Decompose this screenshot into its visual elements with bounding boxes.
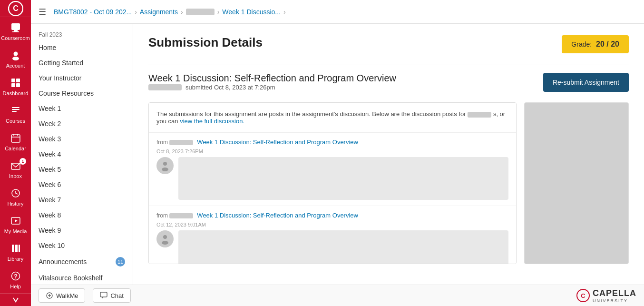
course-nav-instructor[interactable]: Your Instructor (31, 70, 133, 86)
course-nav: Fall 2023 Home Getting Started Your Inst… (31, 24, 133, 285)
capella-logo: C CAPELLA UNIVERSITY (576, 288, 636, 303)
svg-rect-8 (16, 79, 20, 82)
svg-text:C: C (13, 4, 19, 12)
course-nav-home[interactable]: Home (31, 40, 133, 55)
svg-rect-13 (12, 111, 17, 112)
svg-rect-7 (11, 79, 15, 82)
main-content: Submission Details Grade: 20 / 20 Week 1… (133, 24, 644, 285)
sidebar-item-label: Calendar (5, 146, 26, 151)
inbox-badge: 1 (20, 158, 26, 165)
course-nav-vitalsource[interactable]: Vitalsource Bookshelf (31, 270, 133, 285)
post-2-content (178, 230, 508, 264)
sidebar-item-inbox[interactable]: Inbox 1 (0, 155, 31, 183)
svg-point-29 (163, 235, 167, 239)
sidebar-item-label: Help (10, 284, 21, 289)
breadcrumb-course[interactable]: BMGT8002 - Oct 09 202... (54, 8, 132, 16)
svg-rect-24 (19, 245, 20, 252)
breadcrumb-sep-4: › (283, 8, 286, 16)
course-nav-week2[interactable]: Week 2 (31, 116, 133, 131)
svg-rect-11 (12, 107, 20, 108)
post-1-timestamp: Oct 8, 2023 7:26PM (156, 148, 508, 154)
svg-point-27 (163, 162, 167, 166)
course-nav-week8[interactable]: Week 8 (31, 207, 133, 223)
svg-text:C: C (581, 292, 585, 299)
main-area: ☰ BMGT8002 - Oct 09 202... › Assignments… (31, 0, 644, 306)
chat-button[interactable]: Chat (93, 288, 130, 303)
course-nav-week7[interactable]: Week 7 (31, 192, 133, 207)
post-1-body (156, 157, 508, 200)
course-nav-getting-started[interactable]: Getting Started (31, 55, 133, 70)
assignment-title-area: Week 1 Discussion: Self-Reflection and P… (148, 73, 396, 99)
submitted-text: submitted Oct 8, 2023 at 7:26pm (185, 84, 275, 91)
sidebar-item-label: Inbox (9, 173, 22, 179)
sidebar-item-courseroom[interactable]: Courseroom (0, 17, 31, 45)
svg-rect-12 (12, 109, 20, 110)
svg-text:?: ? (14, 273, 18, 280)
course-nav-week5[interactable]: Week 5 (31, 162, 133, 177)
calendar-icon (9, 131, 22, 145)
capella-text-block: CAPELLA UNIVERSITY (593, 288, 636, 303)
sidebar: C Courseroom Account Dashboard Courses C… (0, 0, 31, 306)
svg-rect-14 (11, 135, 20, 142)
svg-point-30 (162, 241, 168, 245)
post-2-author-blurred (169, 213, 193, 218)
breadcrumb-sep-1: › (135, 8, 137, 16)
account-icon (9, 49, 22, 62)
course-nav-resources[interactable]: Course Resources (31, 86, 133, 101)
post-1-from-label: from (156, 139, 193, 146)
term-label: Fall 2023 (31, 28, 133, 40)
post-2-link[interactable]: Week 1 Discussion: Self-Reflection and P… (197, 212, 358, 219)
course-nav-announcements[interactable]: Announcements 11 (31, 253, 133, 270)
course-nav-week10[interactable]: Week 10 (31, 238, 133, 253)
hamburger-menu[interactable]: ☰ (39, 7, 46, 17)
breadcrumb-assignments[interactable]: Assignments (140, 8, 178, 16)
post-1-link[interactable]: Week 1 Discussion: Self-Reflection and P… (197, 138, 358, 146)
content-area: Fall 2023 Home Getting Started Your Inst… (31, 24, 644, 285)
sidebar-item-calendar[interactable]: Calendar (0, 128, 31, 155)
sidebar-item-courses[interactable]: Courses (0, 100, 31, 128)
grade-badge: Grade: 20 / 20 (562, 35, 629, 53)
announcements-badge: 11 (116, 257, 125, 267)
breadcrumb-discussion[interactable]: Week 1 Discussio... (222, 8, 281, 16)
svg-rect-22 (12, 245, 14, 252)
sidebar-item-history[interactable]: History (0, 183, 31, 210)
svg-point-5 (13, 52, 18, 56)
sidebar-logo[interactable]: C (0, 0, 31, 17)
submit-info: submitted Oct 8, 2023 at 7:26pm (148, 84, 396, 91)
course-nav-week9[interactable]: Week 9 (31, 223, 133, 238)
topnav: ☰ BMGT8002 - Oct 09 202... › Assignments… (31, 0, 644, 24)
course-nav-week1[interactable]: Week 1 (31, 101, 133, 116)
sidebar-item-library[interactable]: Library (0, 238, 31, 266)
course-nav-week3[interactable]: Week 3 (31, 131, 133, 147)
section-divider (148, 65, 629, 65)
sidebar-item-dashboard[interactable]: Dashboard (0, 72, 31, 100)
svg-rect-10 (16, 83, 20, 87)
svg-rect-3 (14, 30, 18, 31)
post-2-body (156, 230, 508, 264)
sidebar-item-label: History (7, 201, 23, 207)
svg-rect-9 (11, 83, 15, 87)
resubmit-button[interactable]: Re-submit Assignment (543, 73, 629, 92)
view-discussion-link[interactable]: view the full discussion. (180, 118, 244, 125)
svg-point-6 (12, 57, 19, 60)
sidebar-item-help[interactable]: ? Help (0, 266, 31, 293)
page-title-row: Submission Details Grade: 20 / 20 (148, 35, 629, 53)
course-nav-week6[interactable]: Week 6 (31, 177, 133, 192)
sidebar-item-account[interactable]: Account (0, 45, 31, 72)
collapse-button[interactable] (0, 293, 31, 306)
post-1-avatar (156, 157, 174, 174)
discussion-post-1: from Week 1 Discussion: Self-Reflection … (149, 133, 516, 206)
svg-point-28 (162, 168, 168, 171)
svg-rect-4 (12, 31, 19, 32)
post-2-header: from Week 1 Discussion: Self-Reflection … (156, 212, 508, 219)
discussion-area: The submissions for this assignment are … (148, 102, 629, 264)
course-nav-week4[interactable]: Week 4 (31, 147, 133, 162)
post-2-avatar (156, 230, 174, 247)
sidebar-item-label: My Media (4, 228, 27, 234)
courses-icon (9, 104, 22, 117)
chat-icon (100, 292, 107, 299)
discussion-panel: The submissions for this assignment are … (148, 102, 517, 264)
walkme-button[interactable]: WalkMe (39, 288, 85, 303)
sidebar-item-mymedia[interactable]: My Media (0, 210, 31, 238)
right-panel (524, 102, 629, 264)
